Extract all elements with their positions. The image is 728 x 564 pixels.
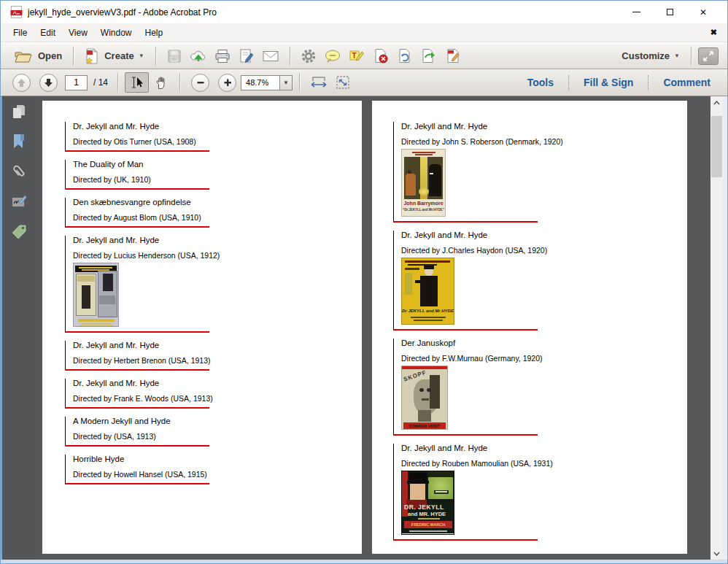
edit-form-button[interactable] [441, 46, 465, 66]
poster-art [418, 518, 440, 519]
menu-edit[interactable]: Edit [34, 25, 62, 41]
film-credit: Directed by John S. Roberson (Denmark, 1… [401, 137, 563, 146]
open-label: Open [38, 50, 62, 61]
menu-help[interactable]: Help [139, 25, 170, 41]
film-credit: Directed by F.W.Murnau (Germany, 1920) [401, 354, 563, 363]
signature-icon [10, 193, 28, 209]
tab-fill-sign[interactable]: Fill & Sign [584, 77, 633, 88]
open-button[interactable]: Open [9, 46, 66, 66]
separator [73, 47, 74, 66]
scroll-down-button[interactable] [710, 547, 723, 560]
film-entry: Dr. Jekyll and Mr. HydeDirected by Luciu… [65, 236, 220, 333]
poster-art [406, 174, 416, 196]
save-button[interactable] [163, 46, 187, 66]
upload-cloud-button[interactable] [187, 46, 211, 66]
attachments-button[interactable] [2, 156, 35, 186]
separator [179, 73, 180, 92]
chevron-down-icon: ▼ [139, 53, 144, 59]
preferences-button[interactable] [297, 46, 321, 66]
zoom-out-button[interactable] [191, 74, 209, 92]
zoom-dropdown-button[interactable]: ▼ [280, 75, 293, 90]
scrolling-mode-button[interactable] [306, 72, 330, 93]
page-number-input[interactable] [65, 75, 88, 90]
send-page-button[interactable] [417, 46, 441, 66]
scrollbar-thumb[interactable] [711, 116, 722, 177]
expand-toolbar-button[interactable] [698, 47, 719, 65]
hand-tool-button[interactable] [149, 72, 173, 93]
separator [691, 47, 692, 66]
ocr-page-button[interactable] [393, 46, 417, 66]
vertical-scrollbar[interactable] [710, 96, 723, 560]
film-credit: Directed by Frank E. Woods (USA, 1913) [73, 394, 220, 403]
zoom-level-input[interactable]: 48.7% [241, 75, 280, 90]
delete-pages-button[interactable] [369, 46, 393, 66]
menu-file[interactable]: File [7, 25, 34, 41]
email-button[interactable] [259, 46, 283, 66]
sticky-note-button[interactable] [321, 46, 345, 66]
document-area[interactable]: Dr. Jekyll and Mr. HydeDirected by Otis … [35, 96, 710, 560]
cloud-upload-icon [190, 49, 207, 63]
next-page-button[interactable] [39, 74, 58, 92]
tab-tools[interactable]: Tools [527, 77, 554, 88]
menu-view[interactable]: View [62, 25, 94, 41]
maximize-button[interactable] [653, 1, 686, 23]
close-document-icon[interactable]: ✖ [710, 28, 717, 37]
diagonal-arrows-icon [702, 50, 715, 62]
title-bar: jekyll_hyde_overviewV3.pdf - Adobe Acrob… [1, 1, 727, 23]
poster-title-text: DR. JEKYLL [404, 503, 444, 511]
tags-button[interactable] [2, 216, 35, 246]
film-entry: Dr. Jekyll and Mr. HydeDirected by Otis … [65, 122, 220, 152]
poster-art [428, 471, 453, 477]
create-button[interactable]: Create ▼ [80, 46, 148, 66]
movie-poster-mamoulian-1931: DR. JEKYLL and MR. HYDE FREDRIC MARCH [401, 471, 454, 535]
tab-comment[interactable]: Comment [663, 77, 710, 88]
red-rule [65, 331, 209, 333]
window-bottom-edge [1, 560, 728, 564]
comment-bubble-icon [324, 49, 341, 63]
poster-title-text: Dr JEKYLL and Mr HYDE [402, 309, 454, 313]
film-entry: Den skæbnesvangre opfindelseDirected by … [65, 198, 220, 228]
select-tool-icon [130, 75, 144, 90]
window-controls: ✕ [619, 1, 720, 23]
zoom-in-button[interactable] [218, 74, 236, 92]
poster-art [422, 398, 429, 401]
navigation-pane [1, 96, 35, 560]
previous-page-button[interactable] [12, 74, 31, 92]
dotted-separator [568, 75, 569, 90]
bookmarks-button[interactable] [2, 126, 35, 156]
fit-page-icon [335, 75, 351, 90]
pdf-file-icon [10, 6, 23, 18]
page-thumbnails-button[interactable] [2, 96, 35, 126]
sign-page-icon [239, 48, 255, 64]
close-icon: ✕ [700, 8, 707, 17]
scroll-up-button[interactable] [710, 96, 723, 109]
poster-art [409, 530, 447, 532]
highlight-text-button[interactable]: T [345, 46, 369, 66]
poster-art [411, 317, 446, 318]
red-rule [65, 407, 209, 409]
quick-tools-toolbar: Open Create ▼ [1, 42, 727, 69]
poster-art [82, 285, 90, 309]
film-title: Dr. Jekyll and Mr. Hyde [73, 236, 220, 245]
minimize-button[interactable] [619, 1, 653, 23]
customize-label: Customize [621, 50, 670, 61]
signatures-button[interactable] [2, 186, 35, 216]
poster-art [430, 173, 433, 174]
poster-art [405, 260, 450, 263]
customize-button[interactable]: Customize ▼ [617, 46, 684, 66]
tag-icon [10, 223, 28, 240]
print-button[interactable] [211, 46, 235, 66]
poster-art [419, 188, 429, 196]
select-tool-button[interactable] [125, 72, 149, 93]
film-credit: Directed by Rouben Mamoulian (USA, 1931) [401, 459, 563, 468]
printer-icon [214, 49, 231, 63]
envelope-icon [262, 50, 279, 63]
paperclip-icon [9, 162, 28, 181]
red-rule [65, 445, 209, 447]
sign-button[interactable] [235, 46, 259, 66]
poster-art [409, 473, 427, 481]
fit-page-button[interactable] [330, 72, 355, 93]
poster-art [419, 388, 424, 392]
close-button[interactable]: ✕ [686, 1, 720, 23]
menu-window[interactable]: Window [94, 25, 139, 41]
